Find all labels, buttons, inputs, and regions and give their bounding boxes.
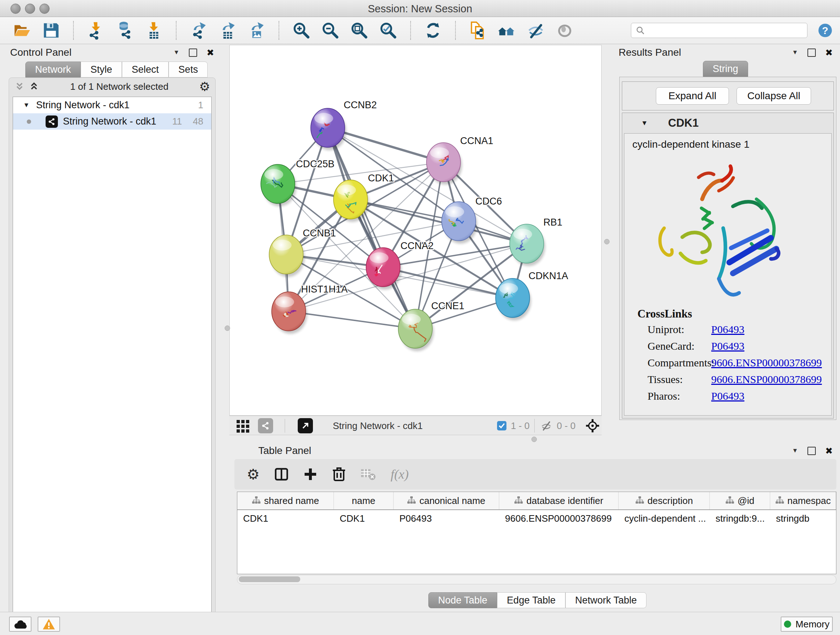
tab-select[interactable]: Select	[122, 62, 169, 78]
network-node-ccnb2[interactable]	[311, 108, 346, 150]
search-input[interactable]	[645, 25, 807, 36]
crosslink-link[interactable]: P06493	[711, 390, 745, 402]
grid-icon[interactable]	[236, 420, 251, 432]
column-header-canonical-name[interactable]: canonical name	[393, 492, 499, 509]
collapse-all-icon[interactable]	[14, 81, 25, 92]
delete-column-icon[interactable]	[332, 467, 346, 482]
zoom-in-button[interactable]	[292, 20, 311, 41]
panel-menu-icon[interactable]: ▼	[792, 49, 798, 56]
import-table-file-button[interactable]	[144, 20, 164, 41]
network-node-ccnb1[interactable]	[269, 235, 305, 277]
tab-edge-table[interactable]: Edge Table	[497, 592, 565, 608]
panel-close-icon[interactable]: ✖	[825, 446, 833, 456]
vertical-splitter-handle[interactable]	[225, 325, 230, 331]
panel-close-icon[interactable]: ✖	[207, 48, 214, 58]
network-options-gear-icon[interactable]: ⚙	[199, 80, 210, 93]
share-icon[interactable]	[258, 418, 273, 433]
zoom-selected-button[interactable]	[378, 20, 398, 41]
expand-all-icon[interactable]	[28, 81, 39, 92]
column-header-name[interactable]: name	[334, 492, 393, 509]
crosslink-link[interactable]: P06493	[711, 340, 745, 352]
gene-section-header[interactable]: ▼ CDK1	[622, 113, 834, 133]
help-button[interactable]: ?	[817, 20, 834, 41]
network-node-cdc25b[interactable]	[261, 165, 296, 206]
copy-network-button[interactable]	[468, 20, 488, 41]
tab-string[interactable]: String	[703, 61, 748, 77]
home-networks-button[interactable]	[497, 20, 516, 41]
network-node-ccna2[interactable]	[366, 248, 401, 290]
table-cell[interactable]: stringdb:9...	[710, 510, 770, 527]
panel-float-icon[interactable]	[189, 49, 197, 57]
search-box[interactable]	[631, 23, 807, 38]
table-cell[interactable]: CDK1	[334, 510, 393, 527]
crosslink-link[interactable]: P06493	[711, 323, 745, 336]
network-node-rb1[interactable]	[510, 224, 545, 266]
column-header-shared-name[interactable]: shared name	[237, 492, 334, 509]
column-header-database-identifier[interactable]: database identifier	[499, 492, 619, 509]
column-header-description[interactable]: description	[619, 492, 710, 509]
table-options-gear-icon[interactable]: ⚙	[247, 467, 260, 481]
table-cell[interactable]: 9606.ENSP00000378699	[499, 510, 619, 527]
network-collection-row[interactable]: ▼ String Network - cdk1 1	[13, 97, 211, 113]
import-network-file-button[interactable]	[86, 20, 106, 41]
export-network-file-button[interactable]	[189, 20, 208, 41]
open-session-button[interactable]	[12, 20, 32, 41]
table-cell[interactable]: CDK1	[237, 510, 334, 527]
panel-float-icon[interactable]	[807, 49, 816, 57]
expand-all-button[interactable]: Expand All	[656, 87, 729, 105]
save-session-button[interactable]	[41, 20, 61, 41]
panel-menu-icon[interactable]: ▼	[173, 49, 180, 56]
import-network-database-button[interactable]	[115, 20, 134, 41]
network-node-ccna1[interactable]	[426, 143, 462, 185]
hide-graphics-button[interactable]	[526, 20, 546, 41]
function-builder-icon[interactable]: f(x)	[391, 467, 409, 482]
export-table-file-button[interactable]	[218, 20, 237, 41]
network-node-cdkn1a[interactable]	[496, 279, 531, 320]
tree-expander-icon[interactable]: ▼	[23, 101, 30, 109]
add-column-icon[interactable]	[303, 467, 317, 481]
memory-button[interactable]: Memory	[781, 616, 833, 632]
network-node-ccne1[interactable]	[398, 309, 434, 351]
panel-float-icon[interactable]	[807, 447, 816, 455]
cloud-button[interactable]	[9, 616, 32, 632]
vertical-splitter-handle[interactable]	[604, 239, 609, 244]
warnings-button[interactable]	[38, 616, 60, 632]
collapse-all-button[interactable]: Collapse All	[737, 87, 811, 105]
column-header--id[interactable]: @id	[710, 492, 770, 509]
table-cell[interactable]: stringdb	[770, 510, 836, 527]
crosslink-link[interactable]: 9606.ENSP00000378699	[711, 373, 822, 386]
network-row[interactable]: String Network - cdk1 11 48	[13, 113, 211, 130]
selected-checkbox-icon[interactable]	[497, 421, 507, 431]
network-edge[interactable]	[289, 311, 415, 329]
network-edge[interactable]	[328, 128, 415, 329]
horizontal-splitter-handle[interactable]	[531, 437, 537, 442]
network-node-cdk1[interactable]	[333, 180, 369, 222]
show-columns-icon[interactable]	[274, 467, 289, 481]
open-in-new-icon[interactable]	[298, 418, 313, 433]
table-header-row: shared namenamecanonical namedatabase id…	[237, 492, 836, 510]
tab-network[interactable]: Network	[25, 62, 81, 78]
tab-network-table[interactable]: Network Table	[565, 592, 647, 608]
table-cell[interactable]: P06493	[393, 510, 499, 527]
show-graphics-button[interactable]	[555, 20, 575, 41]
table-cell[interactable]: cyclin-dependent ...	[619, 510, 710, 527]
panel-close-icon[interactable]: ✖	[825, 48, 833, 58]
birdseye-icon[interactable]	[585, 418, 600, 433]
section-expander-icon[interactable]: ▼	[641, 119, 648, 127]
tab-style[interactable]: Style	[81, 62, 122, 78]
scrollbar-thumb[interactable]	[239, 576, 300, 582]
zoom-out-button[interactable]	[321, 20, 340, 41]
export-image-file-button[interactable]	[247, 20, 266, 41]
table-horizontal-scrollbar[interactable]	[237, 575, 836, 584]
tab-sets[interactable]: Sets	[169, 62, 208, 78]
column-header-namespac[interactable]: namespac	[770, 492, 836, 509]
tab-node-table[interactable]: Node Table	[428, 592, 497, 608]
hidden-eye-icon[interactable]	[540, 420, 553, 431]
refresh-button[interactable]	[423, 20, 443, 41]
crosslink-link[interactable]: 9606.ENSP00000378699	[711, 356, 822, 369]
delete-table-icon[interactable]	[360, 468, 376, 481]
zoom-fit-button[interactable]	[349, 20, 369, 41]
network-node-cdc6[interactable]	[442, 202, 477, 244]
panel-menu-icon[interactable]: ▼	[792, 447, 798, 454]
network-canvas[interactable]: CCNB2CCNA1CDC25BCDK1CDC6RB1CCNB1CCNA2CDK…	[229, 45, 602, 416]
